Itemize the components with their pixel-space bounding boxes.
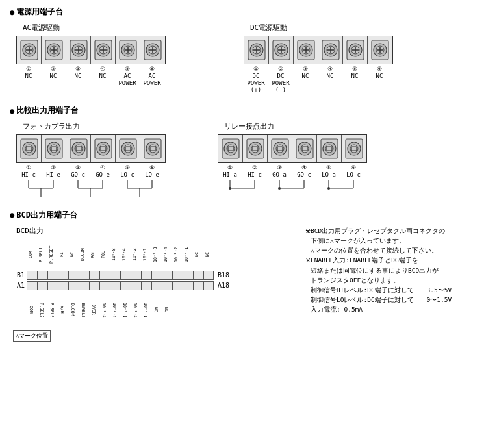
ac-label-2: ②NC [41,66,66,86]
dc-label-5: ⑤NC [342,66,367,93]
bcd-a1-cells [27,281,214,290]
bcd-a1-c11 [131,281,141,290]
bcd-grid: COM P.SEL1 P.RESET PI NC D.COM POL POL 1… [13,239,292,342]
pc-t2 [42,135,66,162]
bcd-a1-label: A1 [13,282,25,289]
ac-t2 [42,36,66,64]
bcd-bot-10n11b: 10⁻¹·1 [143,292,153,328]
bcd-a1-c6 [79,281,89,290]
dc-t3 [294,36,318,64]
bcd-b1-c13 [151,271,162,280]
bcd-b1-c12 [141,271,151,280]
dc-terminal-labels: ①DCPOWER(+) ②DCPOWER(-) ③NC ④NC ⑤NC ⑥NC [244,66,392,93]
rl-t5 [317,135,342,162]
bcd-col-nc2: NC [195,239,205,270]
bcd-note-3: △マークの位置を合わせて接続して下さい。 [311,245,474,255]
bcd-note-5: 短絡または同電位にする事によりBCD出力が [311,266,474,275]
dc-label-4: ④NC [318,66,342,93]
compare-terminals-row: フォトカプラ出力 ①HI c ②HI e ③GO c ④GO e ⑤LO c ⑥… [10,121,474,198]
pc-t4 [91,135,116,162]
bcd-bot-sh: S/H [60,292,70,328]
bcd-bot-over: OVER [91,292,101,328]
bcd-note-4: ※ENABLE入力:ENABLE端子とDG端子を [305,255,474,265]
bcd-col-10_02: 10⁰·2 [133,239,143,270]
pc-label-4: ④GO e [90,164,115,179]
power-terminal-title: 電源用端子台 [10,6,474,18]
bcd-a1-c17 [193,281,203,290]
ac-label-3: ③NC [66,66,90,86]
pc-connections [16,179,164,198]
bcd-terminal-section: BCD出力用端子台 BCD出力 COM P.SEL1 P.RESET PI NC… [10,210,474,342]
bcd-note-9: 入力電流:-0.5mA [311,305,474,314]
dc-label-2: ②DCPOWER(-) [268,66,293,93]
dc-terminal-group: DC電源駆動 ①DCPOWER(+) ②DCPOWER(-) ③NC ④NC ⑤… [244,23,393,93]
dc-terminal-block [244,36,393,64]
bcd-a1-c10 [120,281,131,290]
ac-t1 [17,36,42,64]
bcd-col-10n11: 10⁻¹·1 [185,239,195,270]
ac-label-6: ⑥ACPOWER [140,66,164,86]
bcd-col-pol2: POL [101,239,112,270]
rl-label-2: ②HI c [242,164,267,179]
bcd-b1-c2 [37,271,47,280]
bcd-a1-c18 [203,281,214,290]
dc-t6 [368,36,392,64]
bcd-col-10n12: 10⁻¹·2 [174,239,185,270]
bcd-b1-c15 [172,271,183,280]
bcd-b1-c10 [120,271,131,280]
pc-label-3: ③GO c [66,164,90,179]
bcd-bot-psel0: P.SEL0 [49,292,60,328]
bcd-note-1: ※BCD出力用プラグ・レセプタクル両コネクタの [305,226,474,236]
photocoupler-terminal-block [16,134,166,163]
ac-terminal-labels: ①NC ②NC ③NC ④NC ⑤ACPOWER ⑥ACPOWER [16,66,164,86]
relay-group: リレー接点出力 ①HI a ②HI c ③GO a ④GO c ⑤LO a ⑥L… [218,121,367,198]
bcd-b1-c7 [89,271,99,280]
bcd-b1-c11 [131,271,141,280]
bcd-b1-cells [27,271,214,280]
dc-t2 [269,36,294,64]
bcd-a1-c3 [47,281,58,290]
bcd-a1-c12 [141,281,151,290]
rl-t4 [292,135,317,162]
bcd-bot-enable: ENABLE [81,292,91,328]
bcd-col-nc1: NC [70,239,81,270]
rl-label-1: ①HI a [218,164,242,179]
dc-t1 [244,36,269,64]
photocoupler-label: フォトカプラ出力 [23,121,80,131]
ac-label-4: ④NC [90,66,115,86]
rl-connections [218,179,366,198]
compare-terminal-title: 比較出力用端子台 [10,105,474,116]
bcd-a1-c8 [99,281,110,290]
bcd-terminal-title: BCD出力用端子台 [10,210,474,221]
ac-terminal-block [16,36,166,64]
rl-label-6: ⑥LO c [341,164,366,179]
bcd-bot-nc2: NC [164,292,174,328]
bcd-b18-label: B18 [218,271,229,279]
bcd-b1-c14 [162,271,172,280]
dc-label-1: ①DCPOWER(+) [244,66,268,93]
bcd-a1-c7 [89,281,99,290]
pc-label-2: ②HI e [41,164,66,179]
relay-terminal-block [218,134,367,163]
dc-label-6: ⑥NC [367,66,392,93]
pc-t5 [116,135,140,162]
bcd-bot-com: COM [29,292,39,328]
bcd-b1-c17 [193,271,203,280]
rl-label-3: ③GO a [267,164,292,179]
bcd-bot-dcom: D.COM [70,292,81,328]
bcd-note-7: 制御信号HIレベル:DC端子に対して 3.5〜5V [311,285,474,295]
rl-label-4: ④GO c [292,164,316,179]
bcd-note-6: トランジスタOFFとなります。 [311,275,474,285]
bcd-row-a1: A1 [13,281,292,290]
power-terminals-row: AC電源駆動 ①NC ②NC ③NC ④NC ⑤ACPOWER ⑥ACPOWER… [10,23,474,93]
relay-terminal-labels: ①HI a ②HI c ③GO a ④GO c ⑤LO a ⑥LO c [218,164,366,179]
dc-label: DC電源駆動 [250,23,287,32]
bcd-a1-c2 [37,281,47,290]
bcd-b1-c16 [183,271,193,280]
bcd-b1-c4 [58,271,68,280]
pc-bridge-svg [16,179,164,198]
rl-bridge-svg [218,179,366,198]
bcd-row-b1: B1 [13,271,292,280]
ac-terminal-group: AC電源駆動 ①NC ②NC ③NC ④NC ⑤ACPOWER ⑥ACPOWER [16,23,166,93]
svg-point-119 [327,187,330,190]
